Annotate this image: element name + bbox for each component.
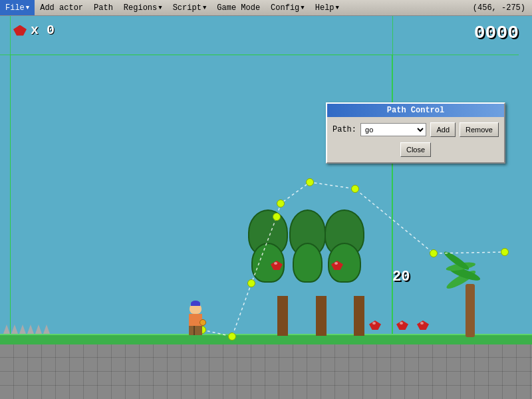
gem-shine	[400, 322, 403, 325]
palm-fronds	[446, 261, 492, 284]
path-dot[interactable]	[228, 332, 236, 340]
gem	[396, 321, 408, 332]
gem	[369, 321, 381, 332]
char-leg	[189, 326, 195, 335]
menu-config[interactable]: Config ▼	[265, 0, 310, 15]
gem-shape	[396, 321, 408, 330]
menu-file[interactable]: File ▼	[0, 0, 35, 15]
grid-line	[10, 16, 11, 348]
menu-path[interactable]: Path	[88, 0, 118, 15]
path-field-label: Path:	[332, 125, 356, 134]
path-dot[interactable]	[501, 248, 509, 256]
lives-gem-icon	[13, 25, 27, 36]
gem-shine	[334, 262, 338, 265]
path-dot[interactable]	[247, 279, 255, 287]
dialog-titlebar: Path Control	[327, 104, 504, 117]
spike	[27, 325, 34, 334]
game-area: x 0 0000 20 Path Control Path: go path1 …	[0, 16, 532, 399]
grid-line	[0, 55, 519, 55]
char-leg	[195, 326, 201, 335]
menu-game-mode[interactable]: Game Mode	[211, 0, 265, 15]
ground-stone	[0, 344, 532, 399]
gem	[417, 321, 429, 332]
spike	[19, 325, 26, 334]
spike	[43, 325, 50, 334]
path-dot[interactable]	[430, 249, 438, 257]
score-label: 20	[392, 269, 410, 285]
gem-shine	[274, 262, 277, 265]
dialog-content: Path: go path1 path2 Add Remove Close	[327, 117, 504, 162]
grid-line	[392, 16, 393, 348]
gem	[331, 261, 343, 273]
char-hair	[191, 301, 200, 306]
path-control-dialog: Path Control Path: go path1 path2 Add Re…	[326, 102, 505, 164]
path-dot[interactable]	[351, 185, 359, 193]
gem-shape	[369, 321, 381, 330]
menu-help[interactable]: Help ▼	[310, 0, 344, 15]
path-row: Path: go path1 path2 Add Remove	[332, 122, 499, 137]
path-dot[interactable]	[306, 178, 314, 186]
tree-trunk	[277, 296, 288, 336]
coords-display: (456, -275)	[473, 3, 532, 13]
menu-add-actor[interactable]: Add actor	[35, 0, 88, 15]
gem-shape	[271, 261, 283, 270]
remove-button[interactable]: Remove	[460, 122, 499, 137]
char-head	[190, 303, 201, 314]
menubar: File ▼ Add actor Path Regions ▼ Script ▼…	[0, 0, 532, 16]
close-button[interactable]: Close	[400, 142, 431, 157]
char-legs	[189, 326, 202, 335]
tree-trunk	[316, 296, 327, 336]
tree-trunk	[354, 296, 364, 336]
score-display: 0000	[474, 23, 519, 43]
spike	[3, 325, 10, 334]
gem-shape	[417, 321, 429, 330]
menu-regions[interactable]: Regions ▼	[118, 0, 168, 15]
add-button[interactable]: Add	[430, 122, 456, 137]
tree-top2	[293, 243, 323, 283]
close-row: Close	[332, 142, 499, 157]
palm-tree	[466, 284, 475, 337]
palm-trunk	[466, 284, 475, 337]
path-select[interactable]: go path1 path2	[360, 123, 426, 136]
lives-count: x 0	[31, 23, 55, 38]
spike	[35, 325, 42, 334]
spikes	[3, 325, 50, 334]
path-dot[interactable]	[273, 213, 281, 221]
gem	[271, 261, 283, 273]
tree	[339, 209, 379, 336]
gem-shape	[331, 261, 343, 270]
menu-script[interactable]: Script ▼	[168, 0, 212, 15]
gem-shine	[372, 322, 376, 325]
gem-shine	[420, 322, 424, 325]
character	[185, 303, 206, 335]
spike	[11, 325, 18, 334]
ball	[200, 319, 206, 326]
lives-display: x 0	[13, 23, 55, 38]
path-dot[interactable]	[277, 200, 285, 207]
